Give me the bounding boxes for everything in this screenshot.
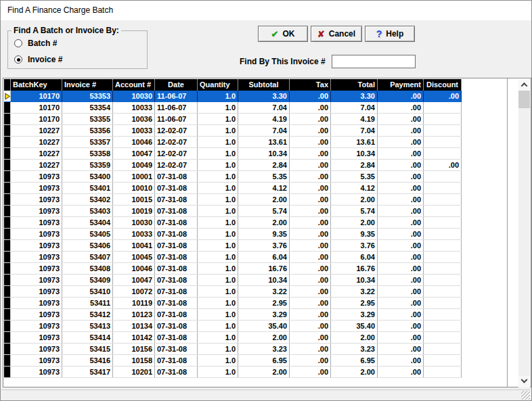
cell-subtotal: 2.00 [238, 194, 290, 205]
cell-batchkey: 10227 [11, 125, 62, 136]
cell-discount [424, 344, 462, 354]
cell-account: 10033 [113, 125, 155, 136]
cell-total: 16.76 [331, 263, 378, 274]
cell-invoice: 53406 [62, 240, 113, 251]
table-row[interactable]: 10973534071004507-31-081.06.04.006.04.00 [4, 252, 462, 263]
table-row[interactable]: 10973534121012307-31-081.03.29.003.29.00 [4, 309, 462, 321]
table-row[interactable]: 10227533581004712-02-071.010.34.0010.34.… [4, 148, 462, 160]
table-row[interactable]: 10227533561003312-02-071.07.04.007.04.00 [4, 125, 462, 137]
cell-account: 10072 [113, 286, 155, 297]
help-button[interactable]: ? Help [365, 26, 415, 42]
scrollbar-thumb[interactable] [518, 91, 530, 108]
table-row[interactable]: 10973534141014207-31-081.02.00.002.00.00 [4, 332, 462, 344]
cell-date: 07-31-08 [155, 252, 198, 262]
table-row[interactable]: 10973534091004707-31-081.010.34.0010.34.… [4, 275, 462, 286]
cell-date: 12-02-07 [155, 125, 198, 136]
row-indicator-cell [4, 137, 11, 147]
scroll-up-button[interactable] [518, 79, 530, 91]
cell-payment: .00 [378, 194, 424, 205]
cell-account: 10045 [113, 252, 155, 262]
cell-account: 10015 [113, 194, 155, 205]
find-invoice-input[interactable] [332, 55, 416, 68]
row-indicator-cell [4, 240, 11, 251]
cell-subtotal: 2.00 [238, 332, 290, 343]
cell-payment: .00 [378, 309, 424, 320]
table-row[interactable]: 10973534101007207-31-081.03.22.003.22.00 [4, 286, 462, 298]
cell-account: 10123 [113, 309, 155, 320]
cell-payment: .00 [378, 217, 424, 228]
radio-batch-number[interactable]: Batch # [14, 39, 57, 48]
resize-grip[interactable] [521, 391, 530, 400]
ok-button[interactable]: ✔ OK [258, 26, 308, 42]
cell-quantity: 1.0 [198, 344, 238, 354]
table-row[interactable]: 10973534061004107-31-081.03.76.003.76.00 [4, 240, 462, 252]
table-row[interactable]: 10170533551003611-06-071.04.19.004.19.00 [4, 114, 462, 125]
cell-batchkey: 10973 [11, 240, 62, 251]
cell-invoice: 53353 [62, 91, 113, 101]
cell-batchkey: 10170 [11, 91, 62, 101]
cell-payment: .00 [378, 148, 424, 159]
row-indicator-cell [4, 252, 11, 262]
table-row[interactable]: 10973534011001007-31-081.04.12.004.12.00 [4, 183, 462, 194]
column-header-invoice: Invoice # [62, 79, 113, 91]
cell-subtotal: 7.04 [238, 102, 290, 113]
cell-batchkey: 10973 [11, 367, 62, 377]
radio-invoice-number[interactable]: Invoice # [14, 55, 62, 64]
cell-date: 11-06-07 [155, 114, 198, 124]
row-indicator-cell [4, 217, 11, 228]
table-row[interactable]: 10973534151015607-31-081.03.23.003.23.00 [4, 344, 462, 355]
table-row-selected[interactable]: 10170533531003011-06-071.03.30.003.30.00… [4, 91, 462, 102]
cell-subtotal: 5.74 [238, 206, 290, 216]
cell-discount [424, 217, 462, 228]
table-row[interactable]: 10973534031001907-31-081.05.74.005.74.00 [4, 206, 462, 217]
cell-date: 07-31-08 [155, 367, 198, 377]
cell-quantity: 1.0 [198, 137, 238, 147]
cell-invoice: 53359 [62, 160, 113, 170]
table-row[interactable]: 10227533571004612-02-071.013.61.0013.61.… [4, 137, 462, 148]
cell-invoice: 53416 [62, 355, 113, 366]
cell-tax: .00 [290, 321, 331, 331]
cell-date: 07-31-08 [155, 321, 198, 331]
radio-batch-circle-icon[interactable] [14, 39, 22, 47]
cell-discount [424, 263, 462, 274]
cell-quantity: 1.0 [198, 229, 238, 239]
cell-total: 2.95 [331, 298, 378, 308]
cell-payment: .00 [378, 355, 424, 366]
cell-discount [424, 367, 462, 377]
cell-quantity: 1.0 [198, 114, 238, 124]
table-row[interactable]: 10973534081004607-31-081.016.76.0016.76.… [4, 263, 462, 275]
cell-subtotal: 6.95 [238, 355, 290, 366]
table-row[interactable]: 10973534051003307-31-081.09.35.009.35.00 [4, 229, 462, 240]
table-row[interactable]: 10170533541003311-06-071.07.04.007.04.00 [4, 102, 462, 114]
cell-account: 10134 [113, 321, 155, 331]
title-bar: Find A Finance Charge Batch [1, 1, 531, 20]
table-row[interactable]: 10973534171020107-31-081.02.00.002.00.00 [4, 367, 462, 378]
table-row[interactable]: 10973534111011907-31-081.02.95.002.95.00 [4, 298, 462, 309]
row-pointer-cell [4, 91, 11, 101]
cell-discount [424, 355, 462, 366]
vertical-scrollbar[interactable] [518, 79, 530, 387]
chevron-up-icon [521, 82, 528, 89]
cancel-button[interactable]: ✘ Cancel [311, 26, 362, 42]
radio-invoice-label: Invoice # [28, 55, 62, 64]
cell-payment: .00 [378, 160, 424, 170]
cell-discount [424, 114, 462, 124]
cell-discount [424, 206, 462, 216]
row-indicator-cell [4, 125, 11, 136]
row-indicator-cell [4, 160, 11, 170]
scroll-down-button[interactable] [518, 376, 530, 387]
cell-subtotal: 10.34 [238, 148, 290, 159]
radio-invoice-circle-icon[interactable] [14, 55, 22, 64]
cell-tax: .00 [290, 367, 331, 377]
table-row[interactable]: 10973534041003007-31-081.02.00.002.00.00 [4, 217, 462, 229]
cell-date: 07-31-08 [155, 240, 198, 251]
table-row[interactable]: 10973534131013407-31-081.035.40.0035.40.… [4, 321, 462, 332]
cell-account: 10041 [113, 240, 155, 251]
table-row[interactable]: 10227533591004912-02-071.02.84.002.84.00… [4, 160, 462, 171]
cell-tax: .00 [290, 355, 331, 366]
cell-quantity: 1.0 [198, 217, 238, 228]
table-row[interactable]: 10973534161015807-31-081.06.95.006.95.00 [4, 355, 462, 367]
table-row[interactable]: 10973534021001507-31-081.02.00.002.00.00 [4, 194, 462, 206]
cell-quantity: 1.0 [198, 206, 238, 216]
table-row[interactable]: 10973534001000107-31-081.05.35.005.35.00 [4, 171, 462, 183]
